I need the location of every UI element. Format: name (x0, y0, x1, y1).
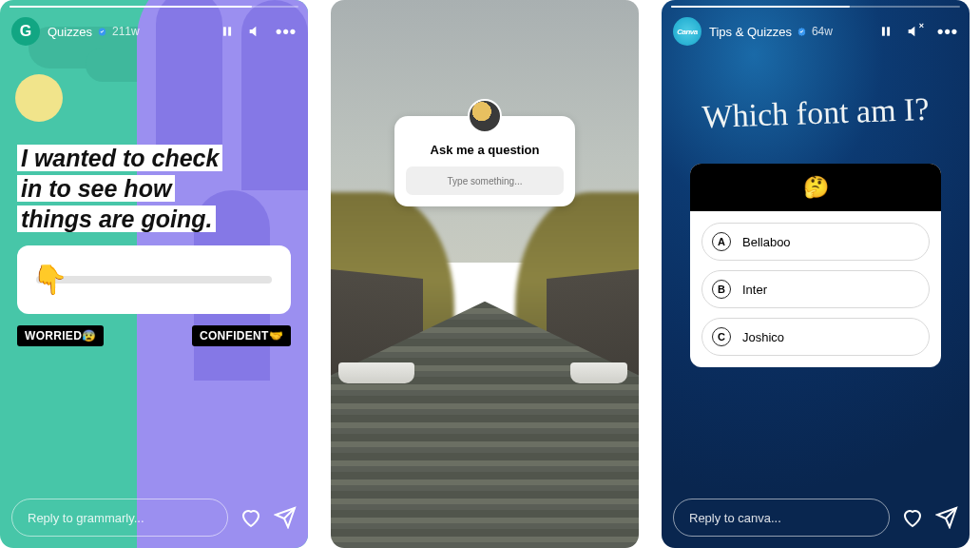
reply-input[interactable] (673, 499, 890, 537)
svg-rect-0 (223, 27, 226, 35)
timestamp: 211w (112, 25, 140, 38)
story-2: Ask me a question (331, 0, 639, 548)
story-footer (662, 487, 970, 548)
quiz-option[interactable]: B Inter (701, 270, 930, 308)
reply-input[interactable] (11, 499, 228, 537)
story-1: G Quizzes 211w ••• I wanted to check in … (0, 0, 308, 548)
story-footer (0, 487, 308, 548)
slider-track[interactable]: 👇 (36, 276, 272, 284)
question-avatar (468, 99, 502, 133)
like-icon[interactable] (240, 506, 262, 529)
headline-text: I wanted to check in to see how things a… (17, 143, 222, 234)
header-controls: × ••• (879, 22, 958, 42)
quiz-options: A Bellaboo B Inter C Joshico (690, 211, 941, 367)
mute-x: × (919, 21, 924, 30)
quiz-sticker: 🤔 A Bellaboo B Inter C Joshico (690, 164, 941, 367)
avatar[interactable]: G (11, 17, 40, 46)
question-prompt: Ask me a question (406, 143, 564, 157)
headline-line: things are going. (17, 206, 216, 232)
more-icon[interactable]: ••• (937, 22, 958, 42)
quiz-option-label: Joshico (742, 330, 784, 344)
question-input[interactable] (406, 166, 564, 195)
headline-line: in to see how (17, 175, 175, 202)
slider-label-left: WORRIED😰 (17, 325, 104, 346)
timestamp: 64w (812, 25, 833, 38)
header-meta: Tips & Quizzes 64w (709, 25, 833, 39)
like-icon[interactable] (901, 506, 924, 529)
slider-label-right: CONFIDENT🤝 (192, 325, 291, 346)
slider-sticker[interactable]: 👇 (17, 245, 291, 314)
quiz-option-letter: B (712, 280, 731, 299)
svg-rect-2 (882, 27, 885, 35)
story-header: Canva Tips & Quizzes 64w × ••• (662, 0, 970, 55)
question-sticker[interactable]: Ask me a question (394, 116, 575, 206)
username[interactable]: Quizzes (48, 25, 92, 39)
pause-icon[interactable] (879, 25, 893, 38)
story-2-background (331, 0, 639, 548)
volume-icon[interactable] (247, 24, 262, 39)
quiz-option-label: Bellaboo (742, 235, 791, 249)
story-3: Canva Tips & Quizzes 64w × ••• Which fon… (662, 0, 970, 548)
send-icon[interactable] (935, 506, 958, 529)
quiz-emoji: 🤔 (690, 164, 941, 211)
decor-sun (15, 74, 63, 122)
decor-boat (570, 362, 627, 383)
verified-icon (797, 27, 807, 37)
quiz-option[interactable]: C Joshico (701, 318, 930, 356)
svg-rect-1 (228, 27, 231, 35)
username[interactable]: Tips & Quizzes (709, 25, 792, 39)
quiz-option-letter: C (712, 327, 731, 346)
slider-thumb-emoji[interactable]: 👇 (32, 263, 67, 296)
slider-labels: WORRIED😰 CONFIDENT🤝 (17, 325, 291, 346)
volume-mute-icon[interactable]: × (906, 24, 924, 39)
quiz-option-letter: A (712, 232, 731, 251)
quiz-option-label: Inter (742, 283, 767, 297)
more-icon[interactable]: ••• (276, 22, 297, 42)
header-meta: Quizzes 211w (48, 25, 140, 39)
avatar[interactable]: Canva (673, 17, 701, 46)
story-header: G Quizzes 211w ••• (0, 0, 308, 55)
pause-icon[interactable] (221, 25, 234, 38)
header-controls: ••• (221, 22, 297, 42)
send-icon[interactable] (274, 506, 297, 529)
headline-line: I wanted to check (17, 145, 222, 171)
verified-icon (97, 27, 107, 37)
quiz-option[interactable]: A Bellaboo (701, 223, 930, 261)
svg-rect-3 (887, 27, 890, 35)
decor-boat (338, 362, 414, 383)
